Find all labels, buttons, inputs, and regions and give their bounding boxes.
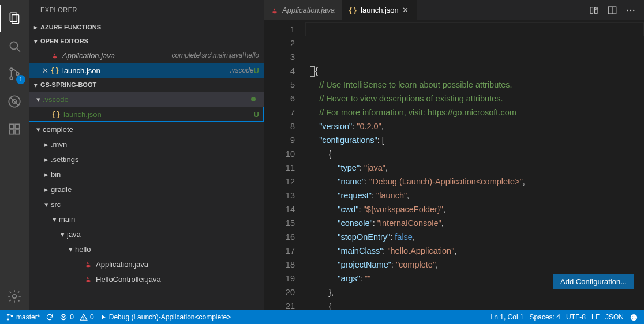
scm-badge: 1 <box>16 75 25 84</box>
java-file-icon <box>83 275 93 283</box>
tab-label: launch.json <box>361 6 399 14</box>
chevron-down-icon: ▾ <box>31 37 40 45</box>
svg-line-3 <box>17 48 20 51</box>
svg-point-32 <box>632 316 634 317</box>
folder-item[interactable]: ▸bin <box>29 167 264 182</box>
svg-rect-12 <box>15 130 20 134</box>
java-file-icon <box>83 260 93 268</box>
open-editor-label: Application.java <box>62 51 169 60</box>
svg-rect-10 <box>9 124 14 129</box>
svg-rect-11 <box>9 130 14 134</box>
status-branch[interactable]: master* <box>6 313 40 321</box>
section-open-editors[interactable]: ▾ OPEN EDITORS <box>29 34 264 48</box>
file-item[interactable]: HelloController.java <box>29 272 264 287</box>
svg-point-21 <box>630 9 631 10</box>
folder-item[interactable]: ▾src <box>29 197 264 212</box>
status-encoding[interactable]: UTF-8 <box>566 313 586 321</box>
source-control-icon[interactable]: 1 <box>0 60 29 88</box>
chevron-right-icon: ▸ <box>42 155 51 164</box>
chevron-down-icon: ▾ <box>58 230 67 239</box>
folder-item[interactable]: ▾.vscode <box>29 92 264 107</box>
status-bar: master* 0 0 Debug (Launch)-Application<c… <box>0 310 644 324</box>
git-status-tag: U <box>254 110 259 119</box>
status-debug-target[interactable]: Debug (Launch)-Application<complete> <box>100 313 231 321</box>
folder-item[interactable]: ▾complete <box>29 122 264 137</box>
add-configuration-button[interactable]: Add Configuration... <box>553 274 634 289</box>
svg-point-14 <box>13 295 17 299</box>
tree-item-label: src <box>51 200 259 209</box>
svg-line-8 <box>10 97 18 106</box>
java-file-icon <box>50 51 60 59</box>
debug-icon[interactable] <box>0 88 29 115</box>
svg-rect-1 <box>12 15 19 24</box>
file-item[interactable]: Application.java <box>29 257 264 272</box>
json-file-icon: { } <box>349 6 357 14</box>
editor-tab[interactable]: Application.java <box>264 0 342 20</box>
open-editors-list: Application.javacomplete\src\main\java\h… <box>29 48 264 78</box>
file-item[interactable]: { }launch.jsonU <box>29 107 264 122</box>
split-editor-icon[interactable] <box>607 5 617 16</box>
svg-point-23 <box>7 314 8 315</box>
tab-actions <box>589 0 644 20</box>
section-workspace[interactable]: ▾ GS-SPRING-BOOT <box>29 78 264 92</box>
file-tree: ▾.vscode{ }launch.jsonU▾complete▸.mvn▸.s… <box>29 92 264 287</box>
folder-item[interactable]: ▾main <box>29 212 264 227</box>
svg-point-2 <box>10 42 17 49</box>
status-errors[interactable]: 0 <box>59 313 74 321</box>
folder-item[interactable]: ▸.settings <box>29 152 264 167</box>
folder-item[interactable]: ▾java <box>29 227 264 242</box>
folder-item[interactable]: ▸gradle <box>29 182 264 197</box>
svg-point-20 <box>627 9 628 10</box>
sidebar-title: EXPLORER <box>29 0 264 20</box>
code-content[interactable]: { // Use IntelliSense to learn about pos… <box>305 20 644 310</box>
tree-item-label: hello <box>75 245 259 254</box>
compare-changes-icon[interactable] <box>589 5 599 16</box>
json-file-icon: { } <box>50 66 60 74</box>
chevron-down-icon: ▾ <box>31 81 40 89</box>
open-editor-item[interactable]: Application.javacomplete\src\main\java\h… <box>29 48 264 63</box>
editor-tab[interactable]: { }launch.json✕ <box>342 0 418 20</box>
folder-item[interactable]: ▸.mvn <box>29 137 264 152</box>
svg-point-22 <box>633 9 634 10</box>
tree-item-label: Application.java <box>96 260 259 269</box>
editor-area: Application.java{ }launch.json✕ 12345678… <box>264 0 644 310</box>
settings-gear-icon[interactable] <box>0 282 29 310</box>
close-icon[interactable]: ✕ <box>40 66 50 75</box>
svg-rect-0 <box>10 13 17 21</box>
status-indentation[interactable]: Spaces: 4 <box>530 313 560 321</box>
chevron-right-icon: ▸ <box>31 24 40 31</box>
open-editor-item[interactable]: ✕{ }launch.json.vscodeU <box>29 63 264 78</box>
open-editor-path: complete\src\main\java\hello <box>172 51 259 59</box>
tab-bar: Application.java{ }launch.json✕ <box>264 0 644 20</box>
git-status-tag: U <box>254 66 259 75</box>
status-feedback-icon[interactable] <box>630 313 638 322</box>
java-file-icon <box>271 6 279 14</box>
extensions-icon[interactable] <box>0 115 29 143</box>
status-line-col[interactable]: Ln 1, Col 1 <box>491 313 524 321</box>
current-line-highlight <box>305 22 644 36</box>
status-warnings[interactable]: 0 <box>80 313 94 321</box>
tree-item-label: gradle <box>51 185 259 194</box>
svg-point-24 <box>7 319 8 320</box>
svg-point-5 <box>10 77 13 80</box>
explorer-icon[interactable] <box>0 5 29 32</box>
close-tab-icon[interactable]: ✕ <box>402 6 410 14</box>
folder-item[interactable]: ▾hello <box>29 242 264 257</box>
search-icon[interactable] <box>0 32 29 60</box>
chevron-down-icon: ▾ <box>50 215 59 224</box>
status-eol[interactable]: LF <box>591 313 600 321</box>
section-azure-functions[interactable]: ▸ AZURE FUNCTIONS <box>29 20 264 34</box>
json-file-icon: { } <box>51 110 61 118</box>
editor-body[interactable]: 123456789101112131415161718192021 { // U… <box>264 20 644 310</box>
more-actions-icon[interactable] <box>626 5 636 16</box>
status-language-mode[interactable]: JSON <box>605 313 624 321</box>
status-sync[interactable] <box>46 313 54 321</box>
chevron-right-icon: ▸ <box>42 140 51 149</box>
open-editor-path: .vscode <box>230 66 253 74</box>
chevron-down-icon: ▾ <box>33 125 43 134</box>
svg-point-33 <box>635 316 636 317</box>
chevron-down-icon: ▾ <box>33 95 43 104</box>
tree-item-label: launch.json <box>63 110 254 119</box>
tree-item-label: .vscode <box>43 95 251 104</box>
tab-label: Application.java <box>282 6 335 14</box>
